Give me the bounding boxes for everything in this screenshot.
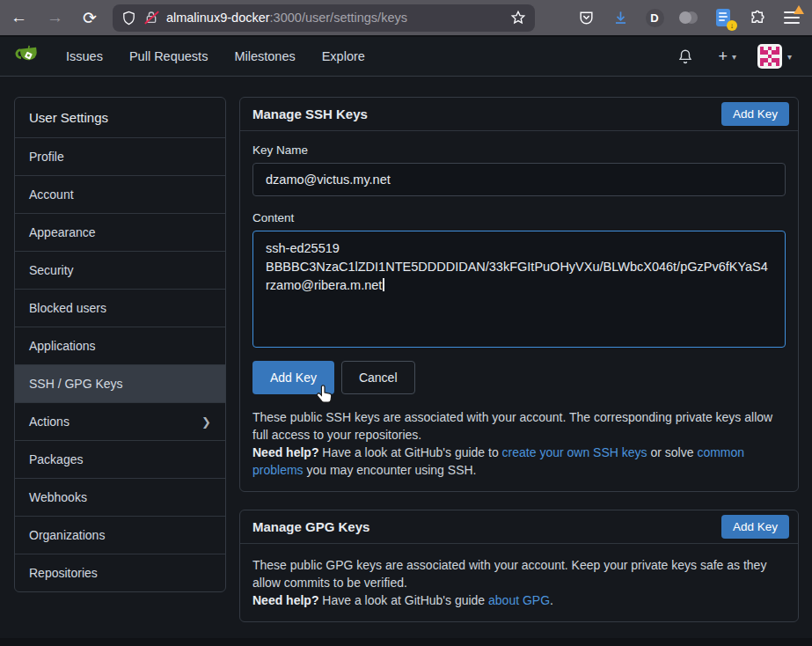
manage-gpg-keys-panel: Manage GPG Keys Add Key These public GPG… — [239, 510, 799, 622]
text-caret — [383, 278, 384, 291]
browser-toolbar: ← → ⟳ almalinux9-docker:3000/user/settin… — [0, 0, 812, 37]
gpg-help-text: These public GPG keys are associated wit… — [252, 556, 786, 609]
ssh-panel-title: Manage SSH Keys — [252, 106, 368, 121]
menu-alert-badge — [794, 5, 804, 14]
url-text: almalinux9-docker:3000/user/settings/key… — [166, 11, 407, 25]
back-icon[interactable]: ← — [11, 8, 27, 27]
ssh-help-seg2: or solve — [647, 445, 698, 459]
translate-extension-icon[interactable]: ↓ — [713, 8, 733, 27]
sidebar-item-account[interactable]: Account — [15, 176, 225, 214]
create-new-dropdown[interactable]: + ▾ — [711, 45, 743, 68]
ddg-letter: D — [646, 9, 664, 27]
sidebar-item-actions[interactable]: Actions ❯ — [15, 403, 225, 441]
key-name-label: Key Name — [252, 143, 786, 157]
gitea-logo-icon[interactable] — [15, 43, 42, 70]
avatar — [757, 44, 782, 69]
sidebar-item-label: Security — [29, 263, 74, 277]
sidebar-item-organizations[interactable]: Organizations — [15, 517, 225, 554]
insecure-lock-icon[interactable] — [144, 10, 158, 26]
sidebar-item-label: Packages — [29, 452, 83, 466]
url-bar[interactable]: almalinux9-docker:3000/user/settings/key… — [113, 4, 535, 32]
gpg-panel-header: Manage GPG Keys Add Key — [240, 510, 798, 544]
ssh-help-line2: Need help? Have a look at GitHub's guide… — [252, 444, 786, 479]
url-host: almalinux9-docker — [166, 11, 270, 25]
chevron-down-icon: ▾ — [732, 52, 736, 62]
ssh-panel-body: Key Name Content ssh-ed25519 BBBBC3NzaC1… — [240, 131, 798, 491]
gpg-add-key-header-button[interactable]: Add Key — [721, 515, 789, 539]
sidebar-item-label: Account — [29, 187, 74, 202]
nav-item-explore[interactable]: Explore — [309, 40, 378, 72]
sidebar-item-label: Blocked users — [29, 301, 106, 315]
browser-extension-icons: D ↓ — [576, 8, 801, 27]
sidebar-item-label: Actions — [29, 415, 69, 429]
gpg-help-line2: Need help? Have a look at GitHub's guide… — [252, 591, 786, 609]
gpg-help-seg2: . — [550, 593, 553, 607]
ssh-help-text: These public SSH keys are associated wit… — [252, 408, 786, 479]
shield-permissions-icon[interactable] — [121, 10, 136, 26]
notifications-bell-icon[interactable] — [669, 42, 702, 70]
sidebar-item-appearance[interactable]: Appearance — [15, 214, 225, 252]
gpg-panel-body: These public GPG keys are associated wit… — [240, 544, 798, 621]
footer-strip — [0, 638, 812, 646]
forward-icon[interactable]: → — [47, 8, 63, 27]
sidebar-item-packages[interactable]: Packages — [15, 441, 225, 479]
plus-icon: + — [718, 50, 728, 62]
nav-item-issues[interactable]: Issues — [53, 40, 116, 72]
screen: ← → ⟳ almalinux9-docker:3000/user/settin… — [0, 0, 812, 646]
browser-nav-controls: ← → ⟳ — [11, 8, 97, 28]
url-path: :3000/user/settings/keys — [270, 11, 407, 25]
chevron-down-icon: ▾ — [787, 52, 792, 62]
key-content-text: ssh-ed25519 BBBBC3NzaC1lZDI1NTE5DDDDIDAN… — [266, 241, 768, 292]
user-menu-dropdown[interactable]: ▾ — [752, 40, 797, 72]
pocket-icon[interactable] — [576, 8, 596, 27]
need-help-label: Need help? — [252, 593, 318, 607]
ssh-form-actions: Add Key Cancel — [252, 361, 786, 394]
bookmark-star-icon[interactable] — [510, 10, 526, 26]
create-ssh-keys-link[interactable]: create your own SSH keys — [502, 445, 647, 459]
sidebar-item-label: Profile — [29, 150, 64, 164]
sidebar-item-repositories[interactable]: Repositories — [15, 554, 225, 591]
gpg-help-seg1: Have a look at GitHub's guide — [318, 593, 488, 607]
content-label: Content — [252, 211, 786, 224]
sidebar-item-blocked-users[interactable]: Blocked users — [15, 290, 225, 327]
key-name-input[interactable] — [252, 163, 786, 196]
sidebar-item-label: Repositories — [29, 566, 98, 580]
duckduckgo-extension-icon[interactable]: D — [645, 8, 664, 27]
sidebar-item-label: Webhooks — [29, 490, 87, 504]
privacy-circles-extension-icon[interactable] — [679, 8, 699, 27]
gpg-help-line1: These public GPG keys are associated wit… — [252, 556, 786, 591]
ssh-help-seg1: Have a look at GitHub's guide to — [318, 445, 501, 459]
menu-hamburger-icon[interactable] — [782, 8, 801, 27]
sidebar-item-label: SSH / GPG Keys — [29, 377, 123, 391]
main-content: Manage SSH Keys Add Key Key Name Content… — [239, 97, 799, 622]
manage-ssh-keys-panel: Manage SSH Keys Add Key Key Name Content… — [239, 97, 799, 492]
nav-item-milestones[interactable]: Milestones — [221, 40, 308, 72]
need-help-label: Need help? — [252, 445, 318, 459]
download-icon[interactable] — [611, 8, 630, 27]
sidebar-item-security[interactable]: Security — [15, 252, 225, 290]
about-gpg-link[interactable]: about GPG — [488, 593, 550, 607]
nav-item-pull-requests[interactable]: Pull Requests — [116, 40, 221, 72]
extensions-puzzle-icon[interactable] — [748, 8, 767, 27]
ssh-submit-add-key-button[interactable]: Add Key — [252, 361, 334, 394]
sidebar-item-ssh-gpg-keys[interactable]: SSH / GPG Keys — [15, 365, 225, 403]
sidebar-item-label: Applications — [29, 339, 96, 353]
sidebar-item-webhooks[interactable]: Webhooks — [15, 479, 225, 517]
ssh-help-seg3: you may encounter using SSH. — [304, 463, 477, 477]
key-content-textarea[interactable]: ssh-ed25519 BBBBC3NzaC1lZDI1NTE5DDDDIDAN… — [252, 231, 786, 348]
settings-sidebar: User Settings Profile Account Appearance… — [14, 97, 226, 592]
translate-badge: ↓ — [727, 20, 737, 31]
ssh-help-line1: These public SSH keys are associated wit… — [252, 408, 786, 444]
ssh-add-key-header-button[interactable]: Add Key — [721, 102, 789, 126]
gpg-panel-title: Manage GPG Keys — [252, 519, 369, 534]
app-navbar: Issues Pull Requests Milestones Explore … — [0, 37, 812, 77]
chevron-right-icon: ❯ — [201, 415, 211, 429]
page-body: User Settings Profile Account Appearance… — [0, 77, 812, 622]
ssh-panel-header: Manage SSH Keys Add Key — [240, 98, 798, 131]
ssh-cancel-button[interactable]: Cancel — [341, 361, 415, 394]
navbar-right: + ▾ ▾ — [669, 40, 797, 72]
sidebar-title: User Settings — [15, 98, 225, 138]
sidebar-item-profile[interactable]: Profile — [15, 138, 225, 176]
sidebar-item-applications[interactable]: Applications — [15, 327, 225, 365]
refresh-icon[interactable]: ⟳ — [83, 8, 97, 28]
